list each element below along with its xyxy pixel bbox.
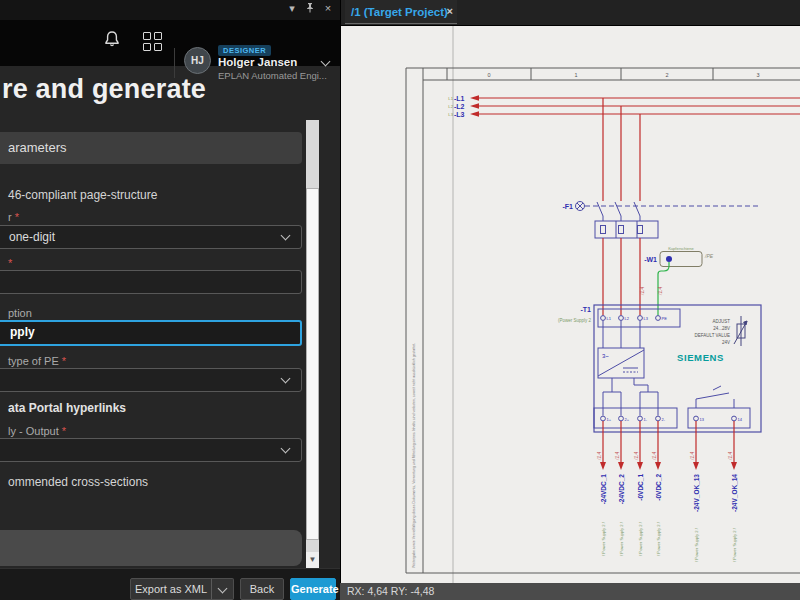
user-menu-chevron-icon[interactable] xyxy=(321,57,331,67)
potential-label: -24V_OK_13 xyxy=(693,474,700,512)
svg-text:/ Power Supply 2 /: / Power Supply 2 / xyxy=(638,521,643,556)
frame-disclaimer-text: Weitergabe sowie Vervielfältigung dieses… xyxy=(412,343,416,568)
tab-close-icon[interactable]: × xyxy=(447,5,453,17)
identifier-field-label: r * xyxy=(8,211,19,223)
window-menu-icon[interactable]: ▾ xyxy=(284,2,300,15)
back-button[interactable]: Back xyxy=(240,578,284,600)
potential-label: -24VDC_1 xyxy=(600,474,607,505)
unlabeled-field-label: * xyxy=(8,257,12,269)
svg-text:14: 14 xyxy=(738,417,743,422)
page-title: re and generate xyxy=(2,74,206,105)
data-portal-group-label[interactable]: ata Portal hyperlinks xyxy=(8,401,126,415)
output-select[interactable] xyxy=(0,438,302,462)
svg-text:1+: 1+ xyxy=(607,417,612,422)
configure-generate-panel: ▾ × HJ DESIGNER Holger Jansen EPLAN Auto… xyxy=(0,0,340,600)
bus-tag-l2: -L2 xyxy=(454,103,465,110)
cable-tag: -W1 xyxy=(644,256,657,263)
select-chevron-icon xyxy=(281,374,291,384)
page-structure-option-label[interactable]: 46-compliant page-structure xyxy=(8,188,157,202)
wire-ref-label: /1.4 xyxy=(639,286,645,296)
panel-footer: Export as XML Back Generate xyxy=(0,568,340,600)
converter-label: 3~ xyxy=(602,353,609,359)
svg-text:/ Power Supply 2 /: / Power Supply 2 / xyxy=(694,527,699,562)
app-launcher-grid-icon[interactable] xyxy=(143,32,162,51)
chevron-down-icon xyxy=(218,584,228,594)
section-header-parameters[interactable]: arameters xyxy=(0,132,302,164)
svg-text:L1: L1 xyxy=(607,316,612,321)
pe-type-select[interactable] xyxy=(0,368,302,392)
breaker-tag: -F1 xyxy=(563,203,574,210)
svg-text:24...28V: 24...28V xyxy=(713,326,730,331)
schematic-canvas[interactable]: 0 1 2 3 Weitergabe sowie Vervielfältigun… xyxy=(340,26,800,583)
svg-text:ADJUST: ADJUST xyxy=(712,319,730,324)
bus-lines: L1 L2 L3 -L1 -L2 -L3 xyxy=(448,95,800,202)
svg-text:1: 1 xyxy=(574,72,577,78)
svg-text:3: 3 xyxy=(756,72,759,78)
info-box xyxy=(0,530,302,566)
cable-note: Kupferschiene xyxy=(668,246,694,251)
identifier-select[interactable]: one-digit xyxy=(0,225,302,249)
scrollbar-thumb[interactable] xyxy=(306,188,319,540)
output-potentials: /1.4 /1.4 /1.4 /1.4 /1.4 /1.4 -24VDC_1 -… xyxy=(596,421,738,562)
window-close-icon[interactable]: × xyxy=(320,2,336,14)
power-supply-t1: -T1 (Power Supply 2 L1 L2 L3 PE xyxy=(558,305,761,432)
generate-button[interactable]: Generate xyxy=(290,578,336,600)
dc-ok-contact xyxy=(688,386,750,428)
unlabeled-text-input[interactable] xyxy=(0,270,302,294)
user-org: EPLAN Automated Engi... xyxy=(218,70,327,81)
description-field-label: ption xyxy=(8,307,32,319)
potentiometer-symbol xyxy=(734,316,747,346)
svg-text:PE: PE xyxy=(662,316,668,321)
export-xml-button[interactable]: Export as XML xyxy=(130,578,212,600)
user-name: Holger Jansen xyxy=(218,56,297,68)
select-chevron-icon xyxy=(281,444,291,454)
bus-ref-l1: L1 xyxy=(448,96,453,101)
wire-ref-label: /1.4 xyxy=(657,286,663,296)
editor-tabbar: /1 (Target Project) × xyxy=(340,0,800,26)
svg-text:/1.4: /1.4 xyxy=(596,451,602,461)
svg-text:2: 2 xyxy=(665,72,668,78)
tab-target-project[interactable]: /1 (Target Project) × xyxy=(345,0,457,25)
bus-ref-l3: L3 xyxy=(448,112,453,117)
psu-description: (Power Supply 2 xyxy=(558,318,592,323)
svg-text:2+: 2+ xyxy=(625,417,630,422)
svg-text:L3: L3 xyxy=(644,316,649,321)
cable-ref: /PE xyxy=(704,253,714,259)
scrollbar[interactable]: ▼ xyxy=(306,120,319,568)
notifications-bell-icon[interactable] xyxy=(104,30,120,52)
scroll-down-button[interactable]: ▼ xyxy=(306,552,319,568)
status-bar: RX: 4,64 RY: -4,48 xyxy=(340,583,800,600)
export-xml-dropdown-button[interactable] xyxy=(211,578,234,600)
app-header: HJ DESIGNER Holger Jansen EPLAN Automate… xyxy=(0,20,340,66)
svg-text:/1.4: /1.4 xyxy=(614,451,620,461)
svg-text:13: 13 xyxy=(700,417,705,422)
titlebar: ▾ × xyxy=(0,0,340,20)
svg-text:L2: L2 xyxy=(625,316,630,321)
potential-label: -0VDC_1 xyxy=(637,474,644,501)
svg-text:/ Power Supply 2 /: / Power Supply 2 / xyxy=(601,521,606,556)
pe-type-field-label: type of PE * xyxy=(8,355,66,367)
svg-text:/ Power Supply 2 /: / Power Supply 2 / xyxy=(732,527,737,562)
schematic-drawing: 0 1 2 3 Weitergabe sowie Vervielfältigun… xyxy=(341,26,800,583)
description-text-input[interactable]: pply xyxy=(0,320,302,346)
svg-text:/ Power Supply 2 /: / Power Supply 2 / xyxy=(619,521,624,556)
svg-text:/1.4: /1.4 xyxy=(689,451,695,461)
potential-label: -24V_OK_14 xyxy=(731,474,738,512)
output-field-label: ly - Output * xyxy=(8,425,66,437)
brand-logo: SIEMENS xyxy=(677,352,724,363)
cursor-coordinates: RX: 4,64 RY: -4,48 xyxy=(347,585,434,597)
svg-text:1-: 1- xyxy=(644,417,648,422)
svg-text:24V: 24V xyxy=(722,340,730,345)
potential-label: -0VDC_2 xyxy=(655,474,662,501)
user-role-badge: DESIGNER xyxy=(218,45,271,56)
pin-icon[interactable] xyxy=(302,2,318,15)
bus-ref-l2: L2 xyxy=(448,104,453,109)
cross-sections-option-label[interactable]: ommended cross-sections xyxy=(8,475,148,489)
bus-tag-l3: -L3 xyxy=(454,111,465,118)
potential-label: -24VDC_2 xyxy=(618,474,625,505)
svg-text:2-: 2- xyxy=(662,417,666,422)
psu-tag: -T1 xyxy=(581,306,592,313)
avatar[interactable]: HJ xyxy=(184,47,211,74)
bus-tag-l1: -L1 xyxy=(454,95,465,102)
svg-text:/1.4: /1.4 xyxy=(633,451,639,461)
